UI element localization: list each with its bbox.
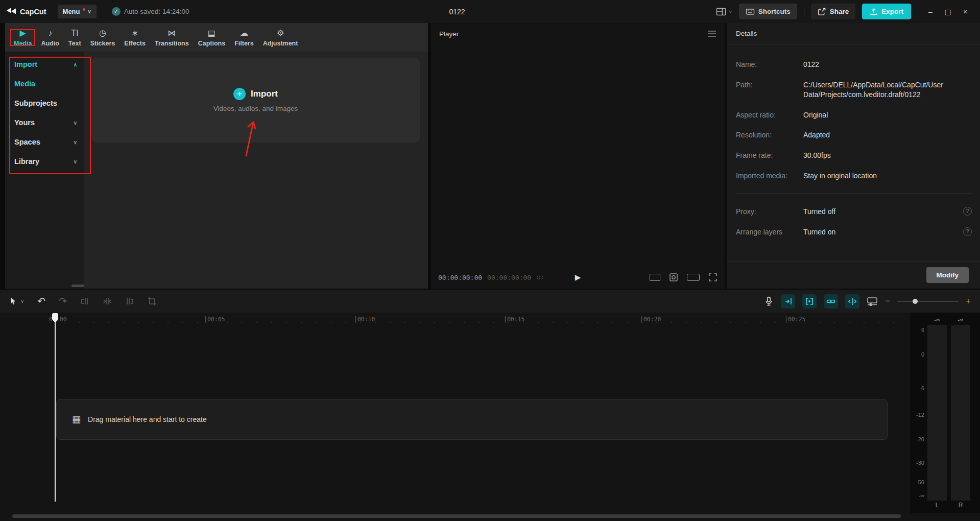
menu-button[interactable]: Menu ∨ [58,5,97,18]
preview-axis-button[interactable] [867,297,878,306]
meter-left-label: L [927,502,947,509]
delete-left-button[interactable] [80,297,89,306]
delete-right-icon [125,297,134,306]
mirror-icon [848,297,857,306]
help-icon[interactable]: ? [963,227,972,236]
media-panel-body: Import ∧ Media Subprojects Yours ∨ Space [5,52,428,289]
zoom-in-button[interactable]: + [966,296,971,306]
playhead-handle[interactable] [51,313,59,323]
mask-icon[interactable] [687,274,700,281]
sidebar-item-media[interactable]: Media [5,74,84,93]
modify-button[interactable]: Modify [926,267,969,283]
minimize-button[interactable]: – [922,8,939,16]
menu-label: Menu [63,8,80,15]
capcut-window: CapCut Menu ∨ ✓ Auto saved: 14:24:00 012… [0,0,980,521]
player-panel: Player 00:00:00:00 00:00:00:00 ▶ [431,23,725,289]
chevron-down-icon: ∨ [74,120,77,126]
detail-row-name: Name: 0122 [736,60,972,70]
playhead-line[interactable] [55,315,56,502]
tab-text[interactable]: TI Text [64,28,86,47]
details-title: Details [727,23,980,44]
export-button[interactable]: Export [862,4,911,19]
microphone-icon [764,296,774,306]
timeline-toolbar: ∨ ↶ ↷ [0,290,980,313]
plus-icon: + [233,88,246,100]
player-controls: 00:00:00:00 00:00:00:00 ▶ [431,266,725,289]
tab-media[interactable]: ▶ Media [9,28,36,47]
aspect-ratio-icon[interactable] [650,274,660,281]
link-clips-button[interactable] [824,294,838,309]
mirror-flip-button[interactable] [845,294,859,309]
import-dropzone[interactable]: + Import Videos, audios, and images [91,58,420,143]
tab-effects[interactable]: ∗ Effects [119,28,150,47]
ruler-ticks [49,322,903,323]
player-right-controls [650,273,718,282]
player-menu-button[interactable] [707,30,716,37]
split-button[interactable] [103,297,112,306]
chevron-down-icon: ∨ [74,139,77,145]
timeline: 00:00 |00:05 |00:10 |00:15 |00:20 |00:25… [0,313,980,521]
shortcuts-button[interactable]: Shortcuts [739,4,797,19]
sidebar-item-import[interactable]: Import ∧ [5,55,84,74]
chevron-up-icon: ∧ [74,62,77,67]
chevron-down-icon: ∨ [88,9,91,14]
media-play-icon: ▶ [20,28,26,38]
fit-focus-icon[interactable] [669,273,678,282]
capcut-logo-icon [6,7,16,16]
share-icon [818,7,826,16]
meter-scale-label: -6 [910,385,924,391]
filters-icon: ☁ [240,28,248,38]
crop-button[interactable] [148,297,157,306]
fullscreen-icon[interactable] [708,273,718,282]
timeline-zoom-slider[interactable] [897,298,959,304]
zoom-slider-knob[interactable] [913,299,918,304]
record-voiceover-button[interactable] [764,296,774,306]
topbar-right: ∨ Shortcuts Share [716,4,974,19]
main-area: ▶ Media ♪ Audio TI Text ◷ Stickers ∗ [0,23,980,289]
layout-select[interactable]: ∨ [716,7,732,16]
link-icon [826,297,835,306]
tab-audio[interactable]: ♪ Audio [36,28,63,47]
drag-material-dropzone[interactable]: ▦ Drag material here and start to create [56,399,888,440]
ruler-label: |00:15 [504,316,525,323]
sticker-icon: ◷ [99,28,106,38]
ruler-label: |00:25 [784,316,806,323]
details-footer: Modify [727,261,980,289]
chevron-down-icon: ∨ [20,298,24,304]
select-tool-button[interactable]: ∨ [9,297,24,305]
sidebar-item-spaces[interactable]: Spaces ∨ [5,132,84,152]
undo-button[interactable]: ↶ [37,296,45,306]
detail-row-path: Path: C:/Users/DELL/AppData/Local/CapCut… [736,80,972,100]
export-icon [870,8,878,16]
share-button[interactable]: Share [811,4,856,19]
layout-grid-icon [716,7,726,16]
delete-right-button[interactable] [125,297,134,306]
details-body: Name: 0122 Path: C:/Users/DELL/AppData/L… [727,44,980,237]
play-button[interactable]: ▶ [575,273,581,282]
meter-scale-label: -30 [910,460,924,466]
zoom-out-button[interactable]: − [885,296,890,306]
total-timecode: 00:00:00:00 [487,274,531,281]
tab-transitions[interactable]: ⋈ Transitions [150,28,194,47]
tab-adjustment[interactable]: ⚙ Adjustment [258,28,303,47]
maximize-button[interactable]: ▢ [939,8,957,16]
auto-pack-button[interactable] [802,294,817,309]
sidebar-item-subprojects[interactable]: Subprojects [5,93,84,113]
crop-icon [148,297,157,306]
player-header: Player [431,23,725,44]
timeline-scrollbar[interactable] [12,514,901,518]
redo-button[interactable]: ↷ [59,296,67,306]
meter-scale-label: 6 [910,327,924,333]
meter-scale-label: -20 [910,436,924,442]
close-button[interactable]: × [957,8,974,16]
autosave-status: ✓ Auto saved: 14:24:00 [112,7,189,16]
magnet-snap-button[interactable] [781,294,795,309]
help-icon[interactable]: ? [963,207,972,216]
tab-captions[interactable]: ▤ Captions [194,28,230,47]
tab-filters[interactable]: ☁ Filters [230,28,258,47]
chevron-down-icon: ∨ [74,159,77,164]
tab-stickers[interactable]: ◷ Stickers [86,28,120,47]
sidebar-item-library[interactable]: Library ∨ [5,152,84,171]
sidebar-item-yours[interactable]: Yours ∨ [5,113,84,132]
frame-dots-icon [536,275,543,280]
